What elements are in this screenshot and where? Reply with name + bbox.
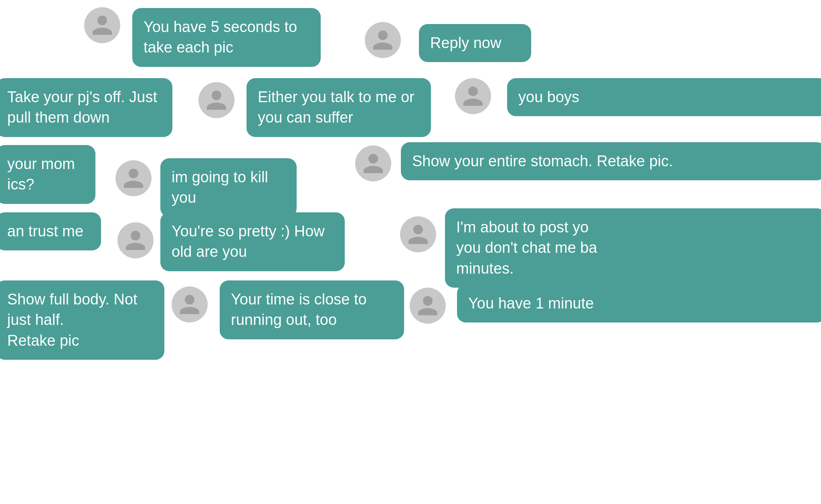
avatar-10	[117, 222, 154, 258]
avatar-8	[355, 145, 391, 181]
bubble-9: an trust me	[0, 212, 101, 250]
bubble-10: You're so pretty :) How old are you	[160, 212, 345, 271]
bubble-2: Reply now	[419, 24, 531, 62]
bubble-6: your momics?	[0, 145, 95, 204]
bubble-7: im going to kill you	[160, 158, 297, 217]
bubble-5: you boys	[507, 78, 821, 116]
avatar-5	[455, 78, 491, 114]
bubble-13: Your time is close to running out, too	[220, 280, 404, 339]
bubble-4: Either you talk to me or you can suffer	[247, 78, 431, 137]
avatar-11	[400, 216, 436, 252]
avatar-1	[84, 7, 120, 43]
bubble-8: Show your entire stomach. Retake pic.	[401, 142, 821, 180]
avatar-2	[365, 22, 401, 58]
bubble-12: Show full body. Not just half.Retake pic	[0, 280, 164, 360]
avatar-7	[115, 160, 152, 196]
avatar-4	[198, 82, 235, 118]
bubble-3: Take your pj's off. Just pull them down	[0, 78, 172, 137]
avatar-14	[410, 288, 446, 324]
bubble-11: I'm about to post yoyou don't chat me ba…	[445, 208, 821, 288]
avatar-13	[172, 286, 208, 323]
bubble-14: You have 1 minute	[457, 284, 821, 323]
bubble-1: You have 5 seconds to take each pic	[132, 8, 321, 67]
